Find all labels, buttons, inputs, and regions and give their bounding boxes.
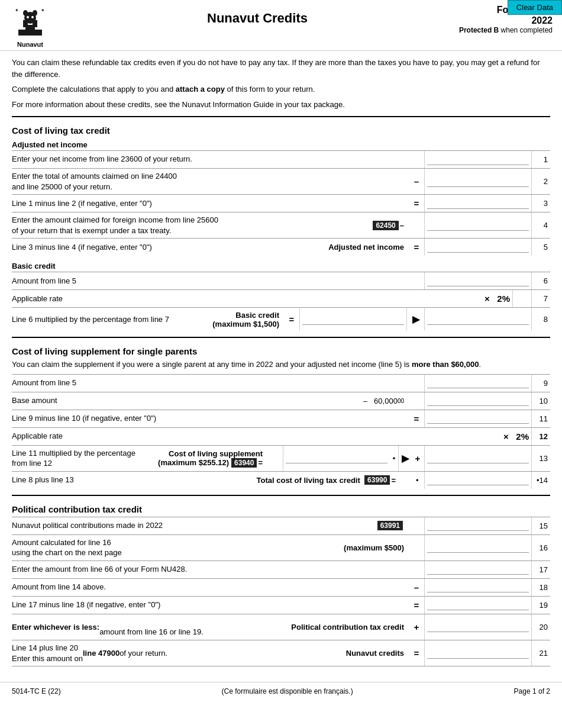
row4-line: 4 bbox=[531, 212, 550, 238]
table-row: Line 9 minus line 10 (if negative, enter… bbox=[12, 410, 550, 427]
row15-label: Nunavut political contributions made in … bbox=[12, 517, 302, 534]
row8-input[interactable] bbox=[299, 308, 406, 331]
row17-input[interactable] bbox=[424, 561, 531, 578]
intro-line2: Complete the calculations that apply to … bbox=[12, 83, 550, 95]
row21-field[interactable] bbox=[427, 648, 529, 659]
form-title-text: Nunavut Credits bbox=[57, 11, 458, 26]
row12-op: × 2% bbox=[496, 428, 531, 445]
footer-french: (Ce formulaire est disponible en françai… bbox=[222, 687, 353, 695]
table-row: Amount from line 14 above. – 18 bbox=[12, 578, 550, 596]
row9-field[interactable] bbox=[427, 378, 529, 388]
row4-field[interactable] bbox=[427, 220, 529, 231]
row20-mid: Political contribution tax credit bbox=[286, 614, 409, 640]
row21-input[interactable] bbox=[424, 640, 531, 666]
row16-field[interactable] bbox=[427, 542, 529, 553]
row13-label: Line 11 multiplied by the percentagefrom… bbox=[12, 446, 153, 471]
form-year: 2022 bbox=[458, 15, 553, 26]
row13-arrow: ▶ bbox=[398, 446, 411, 471]
row1-line: 1 bbox=[531, 151, 550, 168]
row19-line: 19 bbox=[531, 597, 550, 614]
row20-label: Enter whichever is less:amount from line… bbox=[12, 614, 286, 640]
row18-mid bbox=[302, 579, 409, 596]
row10-mid: – 60,00000 bbox=[302, 392, 409, 410]
row8-mid: Basic credit (maximum $1,500) bbox=[177, 308, 284, 331]
row5-input[interactable] bbox=[424, 239, 531, 256]
row20-field[interactable] bbox=[427, 621, 529, 632]
row13-output[interactable] bbox=[424, 446, 531, 471]
row8-calc-field[interactable] bbox=[302, 314, 404, 325]
row18-op: – bbox=[409, 579, 424, 596]
row4-input[interactable] bbox=[424, 212, 531, 238]
row6-input[interactable] bbox=[424, 272, 531, 289]
row14-output-field[interactable] bbox=[427, 475, 529, 485]
row3-mid bbox=[302, 195, 409, 212]
row13-plus: + bbox=[411, 446, 424, 471]
row7-label: Applicable rate bbox=[12, 290, 370, 307]
row1-input[interactable] bbox=[424, 151, 531, 168]
row5-field[interactable] bbox=[427, 242, 529, 253]
svg-point-9 bbox=[31, 16, 34, 18]
row3-field[interactable] bbox=[427, 198, 529, 209]
svg-rect-2 bbox=[35, 30, 42, 36]
row11-input[interactable] bbox=[424, 410, 531, 427]
row3-input[interactable] bbox=[424, 195, 531, 212]
row7-input bbox=[512, 290, 531, 307]
row5-mid: Adjusted net income bbox=[302, 239, 409, 256]
clear-data-button[interactable]: Clear Data bbox=[508, 0, 562, 15]
code-63940: 63940 bbox=[231, 458, 257, 468]
table-row: Amount from line 5 6 bbox=[12, 272, 550, 289]
row13-mid: Cost of living supplement (maximum $255.… bbox=[153, 446, 267, 471]
table-row: Enter the total of amounts claimed on li… bbox=[12, 168, 550, 194]
row11-field[interactable] bbox=[427, 413, 529, 424]
footer-form-code: 5014-TC E (22) bbox=[12, 687, 61, 695]
section-divider-2 bbox=[12, 337, 550, 338]
row17-label: Enter the amount from line 66 of your Fo… bbox=[12, 561, 302, 578]
row18-field[interactable] bbox=[427, 582, 529, 592]
row10-input[interactable] bbox=[424, 392, 531, 410]
row15-field[interactable] bbox=[427, 520, 529, 531]
row3-op: = bbox=[409, 195, 424, 212]
row18-input[interactable] bbox=[424, 579, 531, 596]
row14-output[interactable] bbox=[424, 472, 531, 489]
row19-mid bbox=[302, 597, 409, 614]
table-row: Line 8 plus line 13 Total cost of living… bbox=[12, 471, 550, 489]
row17-op bbox=[409, 561, 424, 578]
row1-field[interactable] bbox=[427, 154, 529, 165]
row20-op: + bbox=[409, 614, 424, 640]
table-row: Enter your net income from line 23600 of… bbox=[12, 150, 550, 168]
row13-calc-field[interactable] bbox=[286, 453, 387, 463]
row16-input[interactable] bbox=[424, 535, 531, 561]
row16-label: Amount calculated for line 16using the c… bbox=[12, 535, 302, 561]
row8-label: Line 6 multiplied by the percentage from… bbox=[12, 308, 177, 331]
row10-op bbox=[409, 392, 424, 410]
nunavut-logo: ✦ ✦ bbox=[12, 7, 48, 40]
row11-label: Line 9 minus line 10 (if negative, enter… bbox=[12, 410, 302, 427]
table-row: Line 1 minus line 2 (if negative, enter … bbox=[12, 194, 550, 212]
svg-point-6 bbox=[23, 10, 28, 16]
row13-input[interactable] bbox=[283, 446, 390, 471]
table-row: Line 6 multiplied by the percentage from… bbox=[12, 307, 550, 331]
row15-input[interactable] bbox=[424, 517, 531, 534]
row10-field[interactable] bbox=[427, 395, 529, 406]
row19-field[interactable] bbox=[427, 600, 529, 610]
table-row: Line 14 plus line 20Enter this amount on… bbox=[12, 640, 550, 666]
row19-input[interactable] bbox=[424, 597, 531, 614]
row14-label: Line 8 plus line 13 bbox=[12, 472, 252, 489]
row20-line: 20 bbox=[531, 614, 550, 640]
row2-input[interactable] bbox=[424, 169, 531, 194]
row2-field[interactable] bbox=[427, 176, 529, 187]
row6-label: Amount from line 5 bbox=[12, 272, 302, 289]
row20-input[interactable] bbox=[424, 614, 531, 640]
row9-input[interactable] bbox=[424, 375, 531, 392]
row8-output-field[interactable] bbox=[427, 314, 529, 325]
subsection-title-ani: Adjusted net income bbox=[12, 140, 550, 149]
row21-label: Line 14 plus line 20Enter this amount on… bbox=[12, 640, 302, 666]
row13-output-field[interactable] bbox=[427, 453, 529, 463]
row17-field[interactable] bbox=[427, 564, 529, 575]
row6-field[interactable] bbox=[427, 276, 529, 286]
row7-op: × 2% bbox=[477, 290, 512, 307]
code-63990: 63990 bbox=[364, 475, 390, 485]
row9-label: Amount from line 5 bbox=[12, 375, 302, 392]
row21-line: 21 bbox=[531, 640, 550, 666]
row8-output[interactable] bbox=[424, 308, 531, 331]
